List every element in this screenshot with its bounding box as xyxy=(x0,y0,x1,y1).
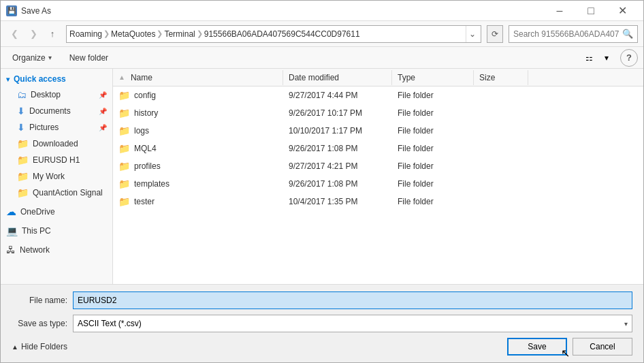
sidebar-item-documents[interactable]: ⬇ Documents 📌 xyxy=(1,103,112,119)
network-section: 🖧 Network xyxy=(1,242,112,258)
sidebar-item-quantaction[interactable]: 📁 QuantAction Signal xyxy=(1,185,112,201)
cancel-button[interactable]: Cancel xyxy=(573,338,632,356)
sidebar-documents-label: Documents xyxy=(29,106,71,116)
save-label: Save xyxy=(528,342,546,351)
sidebar: ▾ Quick access 🗂 Desktop 📌 ⬇ Documents 📌… xyxy=(1,69,113,284)
network-icon: 🖧 xyxy=(6,244,16,255)
close-button[interactable]: ✕ xyxy=(607,1,638,21)
refresh-button[interactable]: ⟳ xyxy=(487,25,503,43)
pin-icon: 📌 xyxy=(99,91,107,99)
address-bar[interactable]: Roaming ❯ MetaQuotes ❯ Terminal ❯ 915566… xyxy=(66,25,481,43)
breadcrumb-id[interactable]: 915566BA06ADA407569C544CC0D97611 xyxy=(204,29,360,39)
file-name: templates xyxy=(134,179,170,189)
thispc-section: 💻 This PC xyxy=(1,223,112,239)
quick-access-header[interactable]: ▾ Quick access xyxy=(1,72,112,86)
file-name-cell: 📁 MQL4 xyxy=(113,141,283,156)
file-name-cell: 📁 logs xyxy=(113,123,283,138)
save-as-dialog: 💾 Save As – □ ✕ ❮ ❯ ↑ Roaming ❯ MetaQuot… xyxy=(0,0,644,363)
new-folder-button[interactable]: New folder xyxy=(63,50,114,66)
sidebar-quantaction-label: QuantAction Signal xyxy=(33,188,103,198)
quantaction-folder-icon: 📁 xyxy=(17,187,29,198)
sidebar-item-network[interactable]: 🖧 Network xyxy=(1,242,112,258)
titlebar-title: Save As xyxy=(21,6,51,16)
saveastype-dropdown-arrow-icon: ▾ xyxy=(624,320,628,328)
breadcrumb-terminal[interactable]: Terminal xyxy=(164,29,195,39)
file-list: ▲ Name Date modified Type Size 📁 config … xyxy=(113,69,643,284)
file-name: profiles xyxy=(134,161,161,171)
col-header-type[interactable]: Type xyxy=(392,70,474,85)
file-size-cell xyxy=(474,129,528,133)
file-size-cell xyxy=(474,146,528,151)
back-button[interactable]: ❮ xyxy=(6,26,22,42)
table-row[interactable]: 📁 MQL4 9/26/2017 1:08 PM File folder xyxy=(113,140,643,157)
col-header-size[interactable]: Size xyxy=(474,70,528,85)
organize-button[interactable]: Organize ▾ xyxy=(6,50,58,66)
folder-icon: 📁 xyxy=(118,196,130,207)
table-row[interactable]: 📁 history 9/26/2017 10:17 PM File folder xyxy=(113,104,643,122)
file-name-cell: 📁 tester xyxy=(113,194,283,209)
file-date-cell: 10/4/2017 1:35 PM xyxy=(283,195,392,208)
view-dropdown-button[interactable]: ▾ xyxy=(598,50,615,66)
search-input[interactable] xyxy=(513,29,619,39)
view-options-button[interactable]: ⚏ xyxy=(581,50,597,66)
onedrive-section: ☁ OneDrive xyxy=(1,204,112,220)
breadcrumb-metaquotes[interactable]: MetaQuotes xyxy=(111,29,155,39)
sidebar-network-label: Network xyxy=(20,245,50,255)
col-header-date[interactable]: Date modified xyxy=(283,70,392,85)
file-name: tester xyxy=(134,197,155,206)
sidebar-item-thispc[interactable]: 💻 This PC xyxy=(1,223,112,239)
file-size-cell xyxy=(474,200,528,204)
sidebar-item-downloaded[interactable]: 📁 Downloaded xyxy=(1,136,112,152)
table-row[interactable]: 📁 tester 10/4/2017 1:35 PM File folder xyxy=(113,193,643,210)
help-button[interactable]: ? xyxy=(620,49,638,67)
file-date-cell: 9/27/2017 4:44 PM xyxy=(283,89,392,102)
minimize-button[interactable]: – xyxy=(544,1,575,21)
folder-icon: 📁 xyxy=(118,161,130,172)
hide-folders-chevron-icon: ▲ xyxy=(12,343,18,351)
folder-icon: 📁 xyxy=(118,143,130,154)
file-name-cell: 📁 templates xyxy=(113,176,283,191)
col-header-name[interactable]: ▲ Name xyxy=(113,70,283,85)
sidebar-item-mywork[interactable]: 📁 My Work xyxy=(1,168,112,185)
sidebar-item-pictures[interactable]: ⬇ Pictures 📌 xyxy=(1,119,112,136)
saveastype-label: Save as type: xyxy=(12,319,73,328)
thispc-icon: 💻 xyxy=(6,225,18,236)
table-row[interactable]: 📁 profiles 9/27/2017 4:21 PM File folder xyxy=(113,157,643,175)
sidebar-onedrive-label: OneDrive xyxy=(20,207,55,217)
maximize-button[interactable]: □ xyxy=(575,1,607,21)
sidebar-eurusd-label: EURUSD H1 xyxy=(33,155,80,165)
new-folder-label: New folder xyxy=(69,53,108,63)
saveastype-dropdown[interactable]: ASCII Text (*.csv) ▾ xyxy=(73,315,632,332)
table-row[interactable]: 📁 logs 10/10/2017 1:17 PM File folder xyxy=(113,122,643,140)
organize-label: Organize xyxy=(12,53,46,63)
table-row[interactable]: 📁 templates 9/26/2017 1:08 PM File folde… xyxy=(113,175,643,193)
folder-icon: 📁 xyxy=(118,108,130,119)
sidebar-downloaded-label: Downloaded xyxy=(33,139,78,148)
sidebar-item-onedrive[interactable]: ☁ OneDrive xyxy=(1,204,112,220)
filelist-header: ▲ Name Date modified Type Size xyxy=(113,69,643,86)
sidebar-item-eurusd[interactable]: 📁 EURUSD H1 xyxy=(1,152,112,168)
breadcrumb-roaming[interactable]: Roaming xyxy=(69,29,102,39)
table-row[interactable]: 📁 config 9/27/2017 4:44 PM File folder xyxy=(113,86,643,104)
saveastype-value: ASCII Text (*.csv) xyxy=(78,319,142,328)
hide-folders-button[interactable]: ▲ Hide Folders xyxy=(12,342,67,351)
save-button[interactable]: Save xyxy=(507,338,567,356)
file-name: logs xyxy=(134,126,149,136)
desktop-folder-icon: 🗂 xyxy=(17,89,27,100)
up-button[interactable]: ↑ xyxy=(44,26,61,42)
file-rows-container: 📁 config 9/27/2017 4:44 PM File folder 📁… xyxy=(113,86,643,210)
app-icon: 💾 xyxy=(6,5,17,16)
search-icon: 🔍 xyxy=(622,29,633,39)
file-type-cell: File folder xyxy=(392,124,474,138)
forward-button[interactable]: ❯ xyxy=(25,26,42,42)
downloaded-folder-icon: 📁 xyxy=(17,138,29,149)
breadcrumb: Roaming ❯ MetaQuotes ❯ Terminal ❯ 915566… xyxy=(69,29,360,39)
sidebar-item-desktop[interactable]: 🗂 Desktop 📌 xyxy=(1,86,112,103)
file-name: config xyxy=(134,91,156,100)
chevron-down-icon: ▾ xyxy=(6,76,10,83)
address-dropdown-button[interactable]: ⌄ xyxy=(466,26,478,42)
file-size-cell xyxy=(474,182,528,186)
toolbar: ❮ ❯ ↑ Roaming ❯ MetaQuotes ❯ Terminal ❯ … xyxy=(1,21,643,47)
filename-input[interactable] xyxy=(73,291,632,309)
mywork-folder-icon: 📁 xyxy=(17,171,29,182)
